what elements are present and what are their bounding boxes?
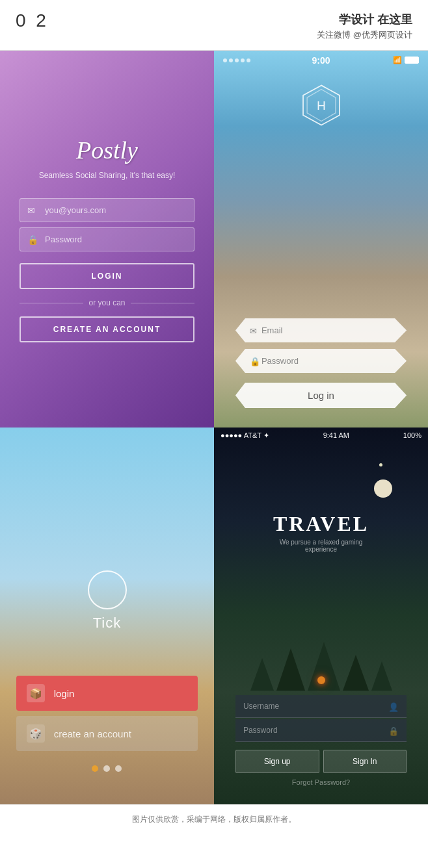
hex-logo: H (299, 83, 344, 131)
dot5 (247, 58, 250, 62)
tree-4 (343, 655, 369, 691)
tree-1 (250, 658, 274, 691)
h-password-input[interactable] (235, 349, 407, 373)
travel-form: 👤 🔒 Sign up Sign In Forgot Password? (235, 695, 407, 786)
header-subtitle: 关注微博 @优秀网页设计 (317, 29, 412, 41)
postly-password-wrap: 🔒 (20, 227, 194, 251)
travel-signup-button[interactable]: Sign up (235, 750, 319, 773)
box-icon: 📦 (27, 684, 45, 702)
header-number: 0 2 (16, 12, 49, 30)
h-logo-letter: H (317, 99, 326, 112)
travel-buttons: Sign up Sign In (235, 750, 407, 773)
tick-login-button[interactable]: 📦 login (16, 676, 198, 711)
h-email-input[interactable] (235, 318, 407, 342)
dot2 (229, 58, 233, 62)
status-time: 9:41 AM (323, 431, 349, 440)
header: 0 2 学设计 在这里 关注微博 @优秀网页设计 (0, 0, 428, 51)
postly-or-divider: or you can (20, 298, 194, 307)
screen-h-login: 9:00 📶 H ✉ 🔒 Log in (214, 51, 428, 428)
tick-create-button[interactable]: 🎲 create an account (16, 716, 198, 751)
status-time: 9:00 (312, 55, 330, 66)
tick-form: 📦 login 🎲 create an account (16, 676, 198, 772)
signal-dots (223, 58, 250, 62)
travel-signin-button[interactable]: Sign In (323, 750, 407, 773)
wifi-icon: 📶 (393, 56, 402, 64)
dot-inactive-2 (115, 765, 122, 772)
screen-postly: Postly Seamless Social Sharing, it's tha… (0, 51, 214, 428)
username-wrap: 👤 (235, 695, 407, 718)
status-bar: 9:00 📶 (214, 51, 428, 70)
dot1 (223, 58, 227, 62)
h-login-button[interactable]: Log in (235, 383, 407, 408)
screen2-form: ✉ 🔒 Log in (235, 318, 407, 408)
dot4 (241, 58, 245, 62)
travel-password-wrap: 🔒 (235, 719, 407, 742)
footer: 图片仅供欣赏，采编于网络，版权归属原作者。 (0, 804, 428, 834)
screens-grid: Postly Seamless Social Sharing, it's tha… (0, 51, 428, 804)
screen-travel: ●●●●● AT&T ✦ 9:41 AM 100% TRAVEL We purs… (214, 428, 428, 804)
travel-tagline: We pursue a relaxed gaming experience (267, 539, 375, 553)
screen-tick: Tick 📦 login 🎲 create an account (0, 428, 214, 804)
postly-email-wrap: ✉ (20, 198, 194, 222)
email-icon: ✉ (250, 326, 257, 335)
lock-icon: 🔒 (27, 235, 38, 245)
trees-scene (214, 574, 428, 691)
cube-icon: 🎲 (27, 724, 45, 743)
travel-forgot-link[interactable]: Forgot Password? (235, 778, 407, 786)
tick-app-name: Tick (93, 615, 122, 632)
postly-tagline: Seamless Social Sharing, it's that easy! (39, 171, 176, 180)
dot3 (235, 58, 239, 62)
postly-create-button[interactable]: CREATE AN ACCOUNT (20, 316, 194, 342)
tick-circle (88, 570, 127, 609)
battery-icon (405, 57, 419, 64)
header-title: 学设计 在这里 (317, 12, 412, 27)
postly-login-button[interactable]: LOGIN (20, 263, 194, 289)
password-input-wrap: 🔒 (235, 349, 407, 373)
tree-3 (308, 642, 340, 691)
travel-username-input[interactable] (235, 695, 407, 718)
user-icon: 👤 (388, 702, 399, 711)
dot-active (92, 765, 98, 772)
header-right: 学设计 在这里 关注微博 @优秀网页设计 (317, 12, 412, 41)
email-input-wrap: ✉ (235, 318, 407, 342)
battery-percent: 100% (403, 431, 421, 440)
postly-app-name: Postly (76, 136, 138, 164)
moon (374, 479, 392, 498)
lock-icon: 🔒 (388, 726, 399, 735)
lock-icon: 🔒 (250, 356, 260, 366)
page-dots (16, 765, 198, 772)
travel-app-name: TRAVEL (267, 512, 375, 536)
star-1 (379, 463, 382, 466)
carrier-signal: ●●●●● AT&T ✦ (221, 431, 269, 440)
tree-5 (371, 661, 392, 691)
postly-email-input[interactable] (20, 198, 194, 222)
travel-title-block: TRAVEL We pursue a relaxed gaming experi… (267, 512, 375, 553)
battery-wrap: 📶 (393, 56, 419, 64)
dot-inactive-1 (103, 765, 110, 772)
email-icon: ✉ (27, 205, 35, 216)
postly-password-input[interactable] (20, 227, 194, 251)
tree-2 (276, 648, 305, 691)
campfire (317, 676, 325, 684)
travel-status-bar: ●●●●● AT&T ✦ 9:41 AM 100% (214, 428, 428, 444)
footer-text: 图片仅供欣赏，采编于网络，版权归属原作者。 (132, 815, 296, 824)
travel-password-input[interactable] (235, 719, 407, 742)
